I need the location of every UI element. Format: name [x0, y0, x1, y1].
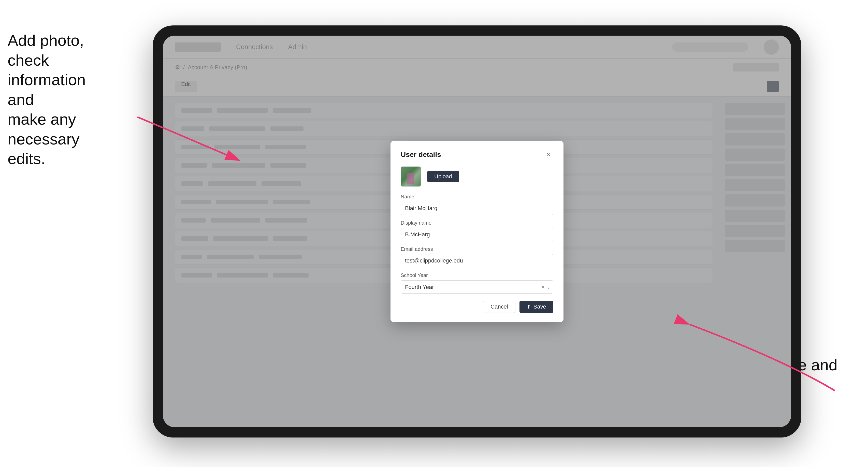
- name-label: Name: [401, 194, 553, 200]
- upload-button[interactable]: Upload: [427, 171, 459, 182]
- tablet-screen: Connections Admin ⚙ / Account & Privacy …: [163, 36, 791, 427]
- modal-footer: Cancel ⬆ Save: [401, 301, 553, 313]
- school-year-select-wrapper: First Year Second Year Third Year Fourth…: [401, 280, 553, 293]
- modal-close-button[interactable]: ×: [544, 150, 553, 159]
- school-year-select[interactable]: First Year Second Year Third Year Fourth…: [401, 280, 553, 293]
- cancel-button[interactable]: Cancel: [483, 301, 515, 313]
- display-name-input[interactable]: [401, 228, 553, 241]
- email-input[interactable]: [401, 254, 553, 267]
- photo-image: [401, 166, 421, 186]
- name-input[interactable]: [401, 202, 553, 215]
- save-button-label: Save: [533, 304, 546, 310]
- annotation-left-line3: make any: [8, 111, 76, 128]
- email-label: Email address: [401, 246, 553, 252]
- annotation-left-line1: Add photo, check: [8, 32, 84, 69]
- annotation-left-line4: necessary edits.: [8, 130, 80, 167]
- display-name-label: Display name: [401, 220, 553, 226]
- save-button[interactable]: ⬆ Save: [520, 301, 553, 313]
- user-details-dialog: User details × Upload Name: [391, 141, 563, 322]
- photo-upload-row: Upload: [401, 166, 553, 187]
- tablet-frame: Connections Admin ⚙ / Account & Privacy …: [153, 25, 801, 437]
- annotation-left: Add photo, check information and make an…: [8, 31, 115, 168]
- save-icon: ⬆: [527, 304, 531, 310]
- email-field-group: Email address: [401, 246, 553, 267]
- school-year-field-group: School Year First Year Second Year Third…: [401, 272, 553, 293]
- modal-title: User details: [401, 151, 441, 159]
- photo-figure: [407, 173, 414, 184]
- modal-overlay: User details × Upload Name: [163, 36, 791, 427]
- school-year-label: School Year: [401, 272, 553, 278]
- annotation-left-line2: information and: [8, 71, 86, 108]
- photo-thumbnail: [401, 166, 421, 187]
- name-field-group: Name: [401, 194, 553, 215]
- modal-header: User details ×: [401, 150, 553, 159]
- display-name-field-group: Display name: [401, 220, 553, 241]
